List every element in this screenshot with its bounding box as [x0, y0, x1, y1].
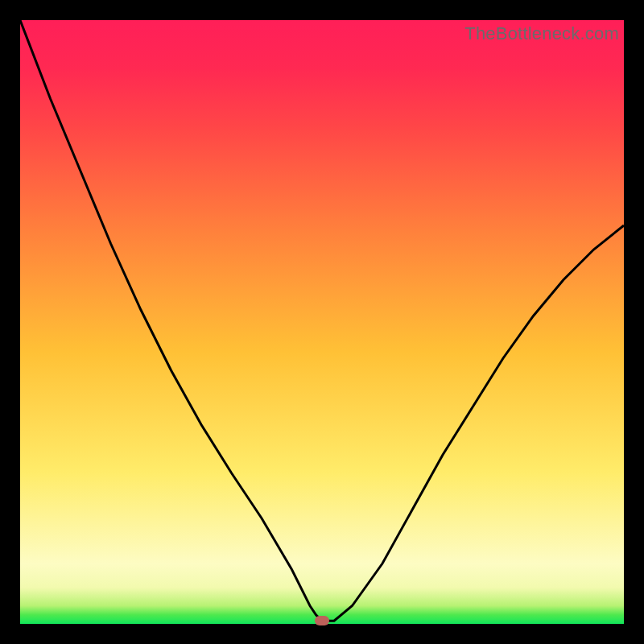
- chart-plot-area: TheBottleneck.com: [20, 20, 624, 624]
- optimal-point-marker: [315, 616, 329, 625]
- curve-path: [20, 20, 624, 621]
- bottleneck-curve: [20, 20, 624, 624]
- chart-frame: TheBottleneck.com: [0, 0, 644, 644]
